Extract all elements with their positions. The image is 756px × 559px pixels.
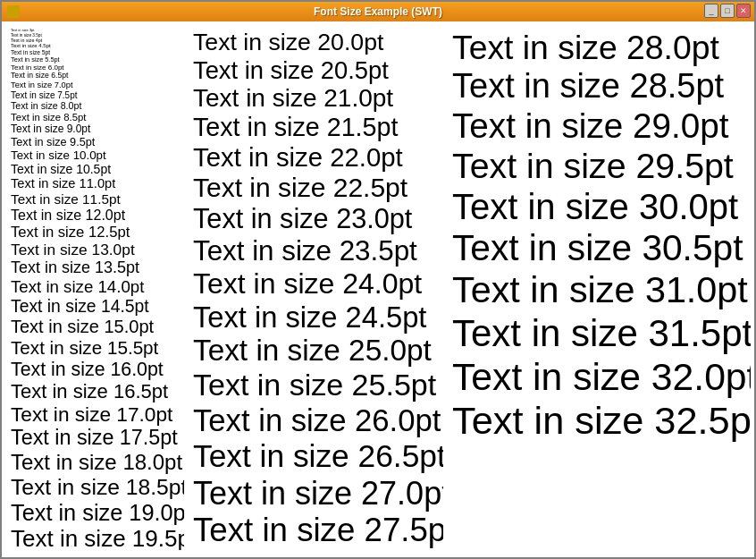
list-item: Text in size 27.5pt [193,512,443,549]
medium-font-column: Text in size 20.0ptText in size 20.5ptTe… [184,29,443,550]
list-item: Text in size 17.0pt [11,402,184,426]
list-item: Text in size 30.0pt [452,186,751,227]
list-item: Text in size 6.5pt [11,72,184,80]
list-item: Text in size 17.5pt [11,426,184,450]
list-item: Text in size 14.0pt [11,277,184,296]
list-item: Text in size 26.5pt [193,438,443,475]
list-item: Text in size 13.0pt [11,241,184,259]
maximize-button[interactable]: □ [720,4,735,18]
list-item: Text in size 20.0pt [193,29,443,56]
list-item: Text in size 20.5pt [193,56,443,84]
list-item: Text in size 22.5pt [193,173,443,204]
list-item: Text in size 23.0pt [193,203,443,234]
list-item: Text in size 24.5pt [193,301,443,335]
list-item: Text in size 11.0pt [11,176,184,191]
list-item: Text in size 28.0pt [452,29,751,67]
titlebar: Font Size Example (SWT) _ □ ✕ [2,2,754,21]
window-controls: _ □ ✕ [704,4,751,18]
list-item: Text in size 21.5pt [193,113,443,142]
large-font-column: Text in size 28.0ptText in size 28.5ptTe… [443,29,751,550]
list-item: Text in size 30.5pt [452,227,751,269]
list-item: Text in size 27.0pt [193,475,443,512]
list-item: Text in size 18.0pt [11,450,184,475]
list-item: Text in size 32.0pt [452,355,751,399]
list-item: Text in size 12.0pt [11,208,184,224]
close-button[interactable]: ✕ [736,4,751,18]
list-item: Text in size 15.0pt [11,317,184,337]
list-item: Text in size 24.0pt [193,267,443,301]
list-item: Text in size 12.5pt [11,224,184,241]
list-item: Text in size 23.5pt [193,235,443,267]
small-font-column: Text in size 3ptText in size 3.5ptText i… [5,29,184,550]
list-item: Text in size 26.0pt [193,403,443,439]
main-window: Font Size Example (SWT) _ □ ✕ Text in si… [0,0,756,559]
list-item: Text in size 10.5pt [11,162,184,176]
list-item: Text in size 22.0pt [193,142,443,173]
list-item: Text in size 4.5pt [11,43,184,49]
list-item: Text in size 13.5pt [11,258,184,277]
list-item: Text in size 8.5pt [11,112,184,123]
list-item: Text in size 32.5pt [452,399,751,444]
list-item: Text in size 9.0pt [11,123,184,136]
list-item: Text in size 16.5pt [11,380,184,402]
list-item: Text in size 31.5pt [452,312,751,355]
window-icon [7,5,20,18]
list-item: Text in size 7.0pt [11,80,184,90]
list-item: Text in size 28.5pt [452,67,751,106]
list-item: Text in size 14.5pt [11,297,184,317]
list-item: Text in size 31.0pt [452,269,751,312]
list-item: Text in size 29.0pt [452,106,751,146]
list-item: Text in size 19.0pt [11,500,184,526]
window-title: Font Size Example (SWT) [314,5,442,18]
list-item: Text in size 15.5pt [11,337,184,359]
list-item: Text in size 5.5pt [11,56,184,64]
list-item: Text in size 18.5pt [11,475,184,500]
list-item: Text in size 21.0pt [193,84,443,113]
list-item: Text in size 25.0pt [193,334,443,368]
list-item: Text in size 7.5pt [11,90,184,101]
content-area: Text in size 3ptText in size 3.5ptText i… [2,21,754,557]
list-item: Text in size 10.0pt [11,148,184,162]
list-item: Text in size 16.0pt [11,359,184,381]
list-item: Text in size 11.5pt [11,191,184,208]
list-item: Text in size 9.5pt [11,136,184,149]
list-item: Text in size 25.5pt [193,368,443,402]
list-item: Text in size 8.0pt [11,100,184,111]
list-item: Text in size 29.5pt [452,146,751,186]
minimize-button[interactable]: _ [704,4,718,18]
list-item: Text in size 19.5pt [11,526,184,550]
